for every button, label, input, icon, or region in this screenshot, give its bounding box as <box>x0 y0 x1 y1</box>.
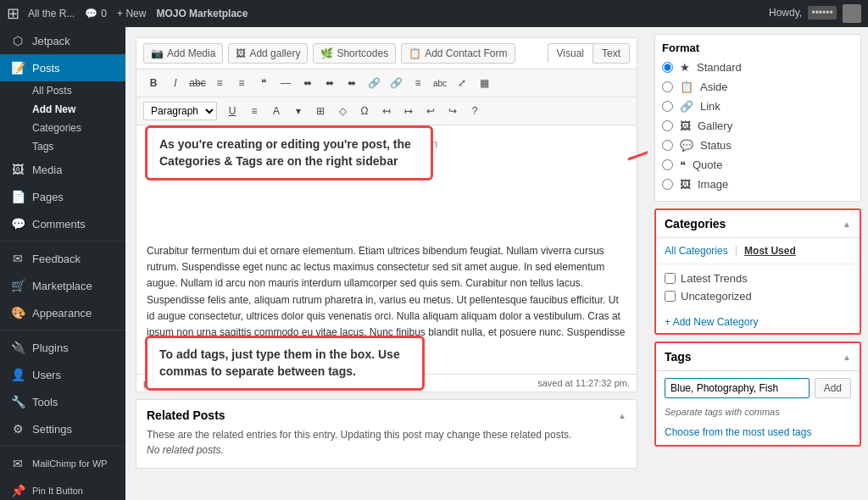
format-standard-radio[interactable] <box>662 62 673 73</box>
site-name[interactable]: All the R... <box>28 8 75 19</box>
tags-choose-link[interactable]: Choose from the most used tags <box>656 422 860 445</box>
format-quote-radio[interactable] <box>662 159 673 170</box>
underline-button[interactable]: U <box>222 101 242 121</box>
outdent-button[interactable]: ↤ <box>376 101 397 121</box>
fullscreen-button[interactable]: ⤢ <box>452 73 472 93</box>
hr-button[interactable]: — <box>275 73 296 93</box>
add-media-icon: 📷 <box>151 47 164 59</box>
align-center-button[interactable]: ⬌ <box>320 73 340 93</box>
remove-link-button[interactable]: 🔗 <box>386 73 406 93</box>
tab-text[interactable]: Text <box>593 43 630 64</box>
tools-icon: 🔧 <box>10 395 25 408</box>
unordered-list-button[interactable]: ≡ <box>209 73 230 93</box>
add-new-category-anchor[interactable]: + Add New Category <box>665 316 758 328</box>
tags-panel: Tags ▲ Add Separate tags with commas Cho… <box>654 342 861 447</box>
sidebar-item-pinit[interactable]: 📌 Pin It Button <box>0 477 125 500</box>
tags-input[interactable] <box>665 378 810 398</box>
undo-button[interactable]: ↩ <box>420 101 441 121</box>
sidebar-sub-all-posts[interactable]: All Posts <box>0 81 125 100</box>
help-button[interactable]: ? <box>465 101 485 121</box>
category-uncategorized-checkbox[interactable] <box>665 291 676 302</box>
category-latest-trends[interactable]: Latest Trends <box>665 269 851 287</box>
marketplace-label[interactable]: MOJO Marketplace <box>156 8 248 19</box>
blockquote-button[interactable]: ❝ <box>253 73 274 93</box>
toggle-toolbar-button[interactable]: ▦ <box>474 73 494 93</box>
editor-content[interactable]: eget, dap... an tempor la... As you're c… <box>136 125 637 375</box>
tab-visual[interactable]: Visual <box>548 43 593 64</box>
clear-format-button[interactable]: ◇ <box>332 101 353 121</box>
italic-button[interactable]: I <box>165 73 186 93</box>
shortcodes-icon: 🌿 <box>320 47 333 59</box>
related-posts-title: Related Posts ▲ <box>147 408 626 422</box>
users-icon: 👤 <box>10 368 25 381</box>
format-image[interactable]: 🖼 Image <box>662 175 854 194</box>
related-posts-description: These are the related entries for this e… <box>147 429 626 441</box>
format-toolbar-row1: B I abc ≡ ≡ ❝ — ⬌ ⬌ ⬌ 🔗 🔗 ≡ abc ⤢ ▦ <box>136 69 637 97</box>
format-link[interactable]: 🔗 Link <box>662 97 854 116</box>
tab-most-used[interactable]: Most Used <box>739 243 801 258</box>
align-right-button[interactable]: ⬌ <box>342 73 362 93</box>
text-color-down-button[interactable]: ▾ <box>288 101 309 121</box>
text-color-button[interactable]: A <box>266 101 287 121</box>
tags-add-button[interactable]: Add <box>815 378 851 398</box>
sidebar-item-settings[interactable]: ⚙ Settings <box>0 415 125 442</box>
format-aside[interactable]: 📋 Aside <box>662 77 854 97</box>
special-char-button[interactable]: Ω <box>354 101 375 121</box>
paragraph-select[interactable]: Paragraph <box>143 102 217 120</box>
format-aside-radio[interactable] <box>662 81 673 92</box>
sidebar-item-plugins[interactable]: 🔌 Plugins <box>0 334 125 361</box>
sidebar-item-appearance[interactable]: 🎨 Appearance <box>0 299 125 326</box>
format-gallery[interactable]: 🖼 Gallery <box>662 116 854 136</box>
redo-button[interactable]: ↪ <box>442 101 463 121</box>
sidebar-item-tools[interactable]: 🔧 Tools <box>0 388 125 415</box>
category-latest-trends-checkbox[interactable] <box>665 273 676 284</box>
insert-link-button[interactable]: 🔗 <box>364 73 384 93</box>
shortcodes-button[interactable]: 🌿 Shortcodes <box>313 43 396 64</box>
justify-button[interactable]: ≡ <box>244 101 264 121</box>
category-uncategorized[interactable]: Uncategorized <box>665 287 851 305</box>
format-link-radio[interactable] <box>662 101 673 112</box>
paste-text-button[interactable]: ⊞ <box>310 101 331 121</box>
format-status[interactable]: 💬 Status <box>662 136 854 155</box>
add-contact-form-button[interactable]: 📋 Add Contact Form <box>401 43 515 64</box>
sidebar-item-jetpack[interactable]: ⬡ Jetpack <box>0 27 125 54</box>
sidebar-sub-categories[interactable]: Categories <box>0 119 125 137</box>
comment-count[interactable]: 0 <box>101 8 107 19</box>
tooltip-tags: To add tags, just type them in the box. … <box>145 336 425 391</box>
format-quote[interactable]: ❝ Quote <box>662 155 854 175</box>
sidebar-item-media[interactable]: 🖼 Media <box>0 156 125 183</box>
sidebar-sub-tags[interactable]: Tags <box>0 137 125 156</box>
wp-logo-icon[interactable]: ⊞ <box>7 4 19 23</box>
insert-readmore-button[interactable]: ≡ <box>408 73 428 93</box>
categories-collapse[interactable]: ▲ <box>843 219 851 229</box>
sidebar-item-marketplace[interactable]: 🛒 Marketplace <box>0 272 125 299</box>
bold-button[interactable]: B <box>143 73 164 93</box>
sidebar-item-label: Tools <box>32 396 58 408</box>
format-status-radio[interactable] <box>662 140 673 151</box>
sidebar-sub-add-new[interactable]: Add New <box>0 100 125 119</box>
choose-tags-anchor[interactable]: Choose from the most used tags <box>665 426 811 438</box>
tags-collapse[interactable]: ▲ <box>843 353 851 362</box>
star-icon: ★ <box>680 61 690 74</box>
format-image-radio[interactable] <box>662 179 673 190</box>
editor-area: 📷 Add Media 🖼 Add gallery 🌿 Shortcodes 📋… <box>125 27 648 500</box>
tab-all-categories[interactable]: All Categories <box>665 243 733 258</box>
related-posts-collapse[interactable]: ▲ <box>618 411 626 420</box>
strikethrough-button[interactable]: abc <box>187 73 208 93</box>
sidebar-item-comments[interactable]: 💬 Comments <box>0 210 125 237</box>
sidebar-item-feedback[interactable]: ✉ Feedback <box>0 245 125 272</box>
sidebar-item-mailchimp[interactable]: ✉ MailChimp for WP <box>0 450 125 477</box>
add-media-button[interactable]: 📷 Add Media <box>143 43 223 64</box>
add-gallery-button[interactable]: 🖼 Add gallery <box>228 43 308 64</box>
indent-button[interactable]: ↦ <box>398 101 419 121</box>
spell-check-button[interactable]: abc <box>430 73 450 93</box>
ordered-list-button[interactable]: ≡ <box>231 73 252 93</box>
format-standard[interactable]: ★ Standard <box>662 58 854 77</box>
new-post-button[interactable]: + New <box>117 8 146 19</box>
add-new-category-link[interactable]: + Add New Category <box>656 310 860 333</box>
format-gallery-radio[interactable] <box>662 120 673 131</box>
sidebar-item-users[interactable]: 👤 Users <box>0 361 125 388</box>
sidebar-item-pages[interactable]: 📄 Pages <box>0 183 125 210</box>
sidebar-item-posts[interactable]: 📝 Posts <box>0 54 125 81</box>
align-left-button[interactable]: ⬌ <box>298 73 318 93</box>
